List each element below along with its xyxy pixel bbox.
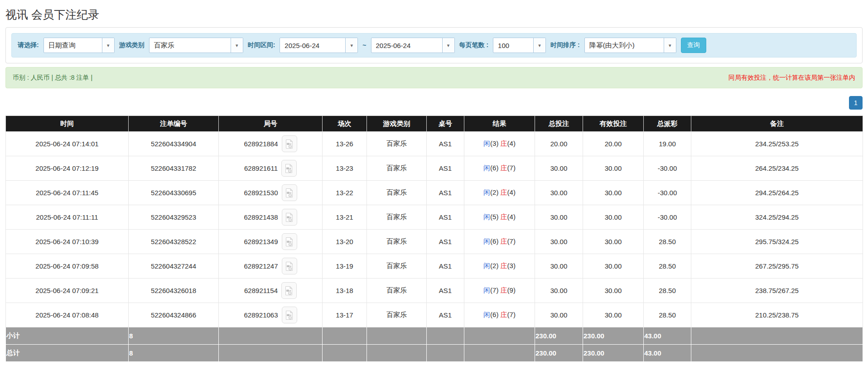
game-type-label: 游戏类别 xyxy=(119,41,145,49)
table-row: 2025-06-24 07:12:19522604331782628921611… xyxy=(6,156,863,181)
cell-table-no: AS1 xyxy=(427,303,464,327)
cell-game-type: 百家乐 xyxy=(367,181,427,205)
game-type-select[interactable]: 百家乐 ▾ xyxy=(149,38,243,53)
cell-total-bet[interactable]: 30.00 xyxy=(535,156,583,181)
banker-result-label: 庄 xyxy=(501,286,507,294)
column-header-10: 备注 xyxy=(691,116,863,132)
video-replay-button[interactable] xyxy=(282,258,297,274)
video-replay-button[interactable] xyxy=(281,282,297,299)
subtotal-row-valid-bet: 230.00 xyxy=(583,327,644,345)
cell-valid-bet: 30.00 xyxy=(583,279,644,303)
player-result-label: 闲 xyxy=(483,164,490,172)
query-type-select[interactable]: 日期查询 ▾ xyxy=(43,38,115,53)
subtotal-row-empty-round xyxy=(219,327,323,345)
page-size-select[interactable]: 100 ▾ xyxy=(493,38,546,53)
round-id-group: 628921611 xyxy=(244,160,297,177)
date-from-select[interactable]: 2025-06-24 ▾ xyxy=(280,38,358,53)
video-replay-button[interactable] xyxy=(281,160,297,177)
cell-payout: -30.00 xyxy=(644,181,691,205)
cell-bet-id: 522604327244 xyxy=(129,254,219,279)
cell-total-bet[interactable]: 30.00 xyxy=(535,254,583,279)
column-header-6: 结果 xyxy=(464,116,535,132)
banker-result-label: 庄 xyxy=(501,311,507,318)
cell-payout: 28.50 xyxy=(644,303,691,327)
cell-total-bet[interactable]: 30.00 xyxy=(535,279,583,303)
video-replay-button[interactable] xyxy=(282,209,297,226)
player-result-value: (5) xyxy=(490,213,498,221)
cell-total-bet[interactable]: 30.00 xyxy=(535,303,583,327)
column-header-4: 游戏类别 xyxy=(367,116,427,132)
chevron-down-icon[interactable]: ▾ xyxy=(345,38,357,53)
chevron-down-icon[interactable]: ▾ xyxy=(231,38,243,53)
player-result-value: (2) xyxy=(490,262,498,269)
subtotal-row-empty-remark xyxy=(691,327,863,345)
table-row: 2025-06-24 07:08:48522604324866628921063… xyxy=(6,303,863,327)
video-replay-button[interactable] xyxy=(282,307,297,323)
player-result-label: 闲 xyxy=(483,262,490,269)
banker-result-label: 庄 xyxy=(501,188,507,196)
cell-valid-bet: 30.00 xyxy=(583,181,644,205)
time-sort-select[interactable]: 降幂(由大到小) ▾ xyxy=(584,38,676,53)
banker-result-value: (4) xyxy=(507,139,516,147)
chevron-down-icon[interactable]: ▾ xyxy=(664,38,676,53)
grand-total-row-empty-table xyxy=(427,345,464,362)
cell-result: 闲(6) 庄(7) xyxy=(464,303,535,327)
banker-result-value: (7) xyxy=(507,164,516,172)
chevron-down-icon[interactable]: ▾ xyxy=(102,38,114,53)
video-replay-button[interactable] xyxy=(282,184,297,201)
cell-round-id: 628921884 xyxy=(219,132,323,156)
cell-total-bet[interactable]: 30.00 xyxy=(535,230,583,254)
player-result-value: (2) xyxy=(490,188,498,196)
player-result-label: 闲 xyxy=(483,286,490,294)
round-id-group: 628921884 xyxy=(244,135,297,152)
banker-result-value: (9) xyxy=(507,286,516,294)
banker-result-label: 庄 xyxy=(501,237,507,245)
date-range-label: 时间区间: xyxy=(248,41,275,49)
cell-bet-id: 522604331782 xyxy=(129,156,219,181)
cell-payout: -30.00 xyxy=(644,156,691,181)
search-button[interactable]: 查询 xyxy=(681,38,706,53)
video-file-icon xyxy=(285,163,293,173)
grand-total-row-empty-round xyxy=(219,345,323,362)
grand-total-row-empty-result xyxy=(464,345,535,362)
page-1-button[interactable]: 1 xyxy=(849,96,863,110)
grand-total-row-valid-bet: 230.00 xyxy=(583,345,644,362)
cell-total-bet[interactable]: 20.00 xyxy=(535,132,583,156)
video-replay-button[interactable] xyxy=(282,135,297,152)
date-to-select[interactable]: 2025-06-24 ▾ xyxy=(371,38,455,53)
video-replay-button[interactable] xyxy=(282,233,297,250)
cell-session: 13-17 xyxy=(323,303,367,327)
cell-bet-id: 522604329523 xyxy=(129,205,219,230)
cell-payout: 28.50 xyxy=(644,230,691,254)
filter-bar: 请选择: 日期查询 ▾ 游戏类别 百家乐 ▾ 时间区间: 2025-06-24 … xyxy=(11,33,857,58)
round-id-group: 628921349 xyxy=(244,233,297,250)
chevron-down-icon[interactable]: ▾ xyxy=(442,38,454,53)
cell-session: 13-22 xyxy=(323,181,367,205)
cell-game-type: 百家乐 xyxy=(367,303,427,327)
cell-valid-bet: 20.00 xyxy=(583,132,644,156)
cell-round-id: 628921154 xyxy=(219,279,323,303)
cell-round-id: 628921247 xyxy=(219,254,323,279)
cell-session: 13-19 xyxy=(323,254,367,279)
cell-bet-id: 522604324866 xyxy=(129,303,219,327)
cell-bet-id: 522604328522 xyxy=(129,230,219,254)
chevron-down-icon[interactable]: ▾ xyxy=(533,38,545,53)
cell-total-bet[interactable]: 30.00 xyxy=(535,205,583,230)
cell-time: 2025-06-24 07:10:39 xyxy=(6,230,129,254)
cell-remark: 267.25/295.75 xyxy=(691,254,863,279)
cell-time: 2025-06-24 07:11:45 xyxy=(6,181,129,205)
grand-total-row-count: 8 xyxy=(129,345,219,362)
subtotal-row-count: 8 xyxy=(129,327,219,345)
player-result-value: (7) xyxy=(490,286,498,294)
cell-total-bet[interactable]: 30.00 xyxy=(535,181,583,205)
round-id-text: 628921154 xyxy=(244,287,278,294)
cell-remark: 234.25/253.25 xyxy=(691,132,863,156)
valid-bet-notice-text: 同局有效投注，统一计算在该局第一张注单内 xyxy=(728,74,855,82)
table-body: 2025-06-24 07:14:01522604334904628921884… xyxy=(6,132,863,327)
player-result-value: (6) xyxy=(490,237,498,245)
cell-remark: 295.75/324.25 xyxy=(691,230,863,254)
cell-valid-bet: 30.00 xyxy=(583,230,644,254)
subtotal-row-label: 小计 xyxy=(6,327,129,345)
page-title: 视讯 会员下注纪录 xyxy=(5,7,868,22)
game-type-value: 百家乐 xyxy=(149,38,231,53)
